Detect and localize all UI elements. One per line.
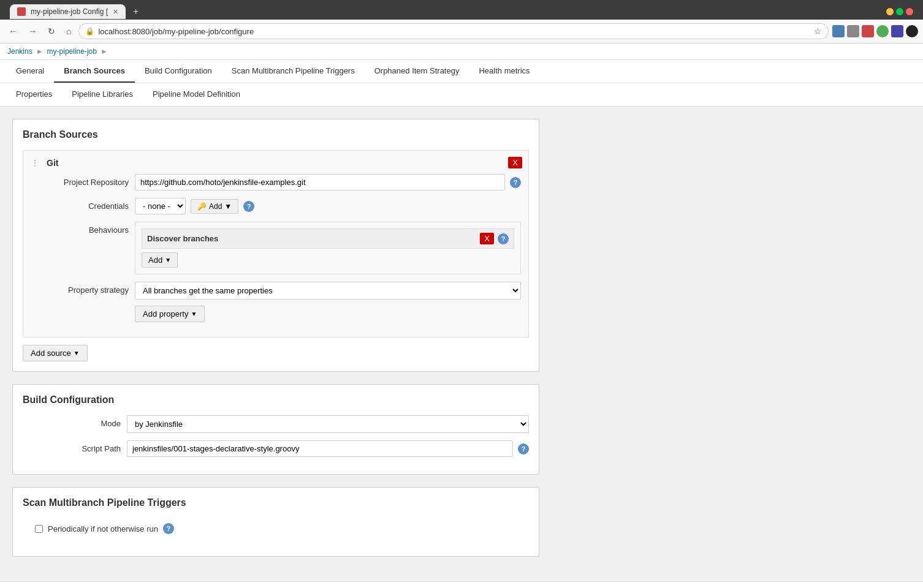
reload-button[interactable]: ↻ [44, 24, 59, 39]
content-area: Branch Sources X ⋮ Git Project Repositor… [0, 107, 552, 581]
add-source-label: Add source [31, 349, 71, 358]
close-tab-icon[interactable]: ✕ [113, 8, 118, 16]
add-behaviour-button[interactable]: Add ▼ [142, 252, 178, 268]
periodically-control: Periodically if not otherwise run ? [23, 518, 529, 539]
behaviour-remove-button[interactable]: X [480, 233, 494, 244]
breadcrumb-jenkins[interactable]: Jenkins [7, 47, 32, 56]
periodically-help-icon[interactable]: ? [163, 523, 174, 534]
script-path-control: ? [127, 440, 529, 457]
breadcrumb-sep-1: ► [36, 47, 44, 56]
discover-branches-label: Discover branches [147, 234, 218, 243]
add-behaviour-caret-icon: ▼ [165, 257, 171, 263]
back-button[interactable]: ← [5, 24, 21, 39]
tab-pipeline-model-definition[interactable]: Pipeline Model Definition [143, 83, 250, 106]
maximize-button[interactable] [896, 8, 903, 15]
git-remove-button[interactable]: X [508, 157, 522, 168]
breadcrumb: Jenkins ► my-pipeline-job ► [0, 43, 923, 60]
tab-branch-sources[interactable]: Branch Sources [54, 60, 135, 83]
browser-extensions [832, 25, 918, 37]
extension-2[interactable] [847, 25, 859, 37]
add-source-caret-icon: ▼ [74, 350, 80, 356]
add-property-button[interactable]: Add property ▼ [135, 306, 205, 322]
scan-triggers-title: Scan Multibranch Pipeline Triggers [23, 497, 529, 508]
branch-sources-title: Branch Sources [23, 129, 529, 140]
scan-triggers-section: Scan Multibranch Pipeline Triggers Perio… [12, 487, 539, 557]
main-content: General Branch Sources Build Configurati… [0, 60, 923, 588]
minimize-button[interactable] [886, 8, 894, 15]
periodically-checkbox-row: Periodically if not otherwise run ? [35, 523, 529, 534]
tab-favicon [17, 7, 26, 16]
script-path-input[interactable] [127, 440, 513, 457]
script-path-label: Script Path [23, 440, 121, 453]
config-tabs-row2: Properties Pipeline Libraries Pipeline M… [0, 83, 923, 107]
tab-build-configuration[interactable]: Build Configuration [135, 60, 222, 83]
credentials-add-button[interactable]: 🔑 Add ▼ [191, 199, 238, 214]
tab-properties[interactable]: Properties [6, 83, 62, 106]
window-controls [886, 8, 913, 15]
behaviours-label: Behaviours [31, 222, 129, 235]
tab-scan-multibranch[interactable]: Scan Multibranch Pipeline Triggers [222, 60, 365, 83]
behaviour-help-icon[interactable]: ? [498, 233, 509, 244]
extension-5[interactable] [891, 25, 903, 37]
credentials-add-caret: ▼ [224, 202, 232, 211]
lock-icon: 🔒 [85, 27, 94, 36]
project-repository-row: Project Repository ? [31, 174, 521, 190]
extension-4[interactable] [876, 25, 889, 37]
browser-tab-bar: my-pipeline-job Config [ ✕ + [0, 0, 923, 20]
credentials-add-label: Add [209, 202, 222, 211]
new-tab-button[interactable]: + [128, 4, 143, 20]
breadcrumb-sep-2: ► [101, 47, 108, 56]
behaviours-box: Discover branches X ? Add ▼ [135, 222, 521, 274]
project-repository-control: ? [135, 174, 521, 190]
project-repository-help-icon[interactable]: ? [510, 177, 521, 188]
git-box: X ⋮ Git Project Repository ? [23, 150, 529, 337]
mode-row: Mode by Jenkinsfile [23, 415, 529, 433]
git-title: Git [47, 158, 58, 168]
active-tab[interactable]: my-pipeline-job Config [ ✕ [10, 4, 126, 19]
credentials-help-icon[interactable]: ? [243, 201, 254, 212]
add-property-label: Add property [143, 309, 188, 318]
forward-button[interactable]: → [25, 24, 40, 39]
tab-health-metrics[interactable]: Health metrics [469, 60, 539, 83]
property-strategy-control: All branches get the same properties Add… [135, 282, 521, 322]
bookmark-icon[interactable]: ☆ [814, 26, 822, 36]
credentials-row: Credentials - none - 🔑 Add ▼ ? [31, 198, 521, 214]
git-box-header: ⋮ Git [31, 158, 521, 168]
credentials-inline: - none - 🔑 Add ▼ ? [135, 198, 521, 214]
add-behaviour-label: Add [148, 255, 162, 265]
extension-6[interactable] [906, 25, 918, 37]
extension-1[interactable] [832, 25, 845, 37]
behaviour-discover-branches: Discover branches X ? [142, 228, 514, 249]
branch-sources-section: Branch Sources X ⋮ Git Project Repositor… [12, 119, 539, 372]
browser-controls: ← → ↻ ⌂ 🔒 ☆ [0, 20, 923, 43]
build-configuration-section: Build Configuration Mode by Jenkinsfile … [12, 384, 539, 475]
add-source-button[interactable]: Add source ▼ [23, 345, 88, 361]
script-path-help-icon[interactable]: ? [518, 443, 529, 454]
project-repository-input[interactable] [135, 174, 505, 190]
mode-select[interactable]: by Jenkinsfile [127, 415, 529, 433]
periodically-checkbox[interactable] [35, 525, 43, 533]
behaviours-control: Discover branches X ? Add ▼ [135, 222, 521, 274]
tab-pipeline-libraries[interactable]: Pipeline Libraries [62, 83, 143, 106]
tab-title: my-pipeline-job Config [ [31, 7, 108, 16]
tab-orphaned-item-strategy[interactable]: Orphaned Item Strategy [365, 60, 469, 83]
property-strategy-label: Property strategy [31, 282, 129, 295]
breadcrumb-pipeline-job[interactable]: my-pipeline-job [47, 47, 97, 56]
extension-3[interactable] [862, 25, 874, 37]
address-input[interactable] [98, 27, 810, 36]
periodically-row: Periodically if not otherwise run ? [23, 518, 529, 539]
config-tabs-row1: General Branch Sources Build Configurati… [0, 60, 923, 83]
property-strategy-row: Property strategy All branches get the s… [31, 282, 521, 322]
key-icon: 🔑 [197, 202, 207, 211]
footer-bar: Save Apply [0, 581, 923, 588]
credentials-select[interactable]: - none - [135, 198, 186, 214]
project-repository-label: Project Repository [31, 174, 129, 187]
credentials-control: - none - 🔑 Add ▼ ? [135, 198, 521, 214]
property-strategy-select[interactable]: All branches get the same properties [135, 282, 521, 300]
close-button[interactable] [906, 8, 913, 15]
mode-control: by Jenkinsfile [127, 415, 529, 433]
behaviours-row: Behaviours Discover branches X ? [31, 222, 521, 274]
tab-general[interactable]: General [6, 60, 54, 83]
home-button[interactable]: ⌂ [63, 24, 75, 39]
add-source-row: Add source ▼ [23, 345, 529, 361]
